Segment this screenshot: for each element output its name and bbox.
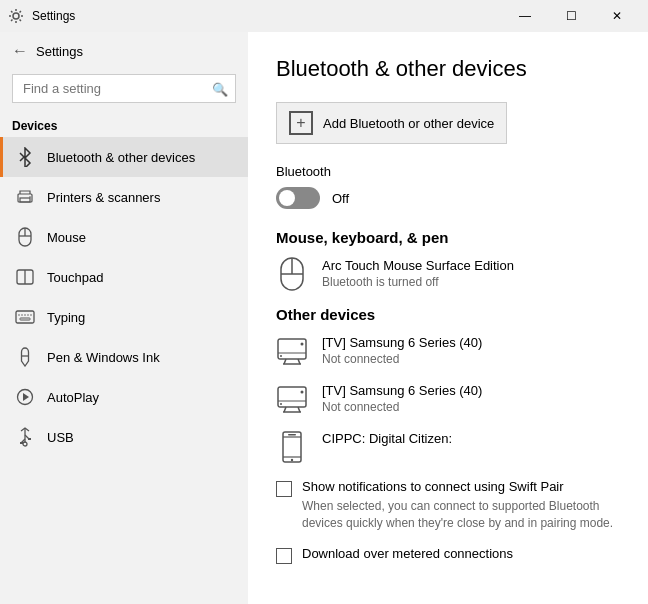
plus-icon: + <box>289 111 313 135</box>
device-item-tv2: [TV] Samsung 6 Series (40) Not connected <box>276 383 620 415</box>
autoplay-icon <box>15 387 35 407</box>
download-metered-text: Download over metered connections <box>302 546 513 561</box>
sidebar-section-title: Devices <box>0 111 248 137</box>
sidebar-item-label: Typing <box>47 310 85 325</box>
back-button[interactable]: ← Settings <box>0 32 248 70</box>
bluetooth-section-label: Bluetooth <box>276 164 620 179</box>
svg-rect-8 <box>16 311 34 323</box>
device-info-mouse: Arc Touch Mouse Surface Edition Bluetoot… <box>322 258 514 289</box>
content-area: Bluetooth & other devices + Add Bluetoot… <box>248 32 648 604</box>
sidebar-item-label: Pen & Windows Ink <box>47 350 160 365</box>
mouse-device-icon <box>276 258 308 290</box>
svg-point-37 <box>301 391 304 394</box>
settings-icon <box>8 8 24 24</box>
touchpad-icon <box>15 267 35 287</box>
search-icon: 🔍 <box>212 81 228 96</box>
mouse-section-heading: Mouse, keyboard, & pen <box>276 229 620 246</box>
usb-icon <box>15 427 35 447</box>
device-status-tv1: Not connected <box>322 352 482 366</box>
device-info-tv1: [TV] Samsung 6 Series (40) Not connected <box>322 335 482 366</box>
device-info-tv2: [TV] Samsung 6 Series (40) Not connected <box>322 383 482 414</box>
sidebar-item-touchpad[interactable]: Touchpad <box>0 257 248 297</box>
title-bar-title: Settings <box>32 9 75 23</box>
page-title: Bluetooth & other devices <box>276 56 620 82</box>
back-label: Settings <box>36 44 83 59</box>
svg-rect-14 <box>20 318 30 320</box>
device-item-tv1: [TV] Samsung 6 Series (40) Not connected <box>276 335 620 367</box>
maximize-button[interactable]: ☐ <box>548 0 594 32</box>
svg-point-23 <box>23 442 27 446</box>
download-metered-checkbox[interactable] <box>276 548 292 564</box>
title-bar-left: Settings <box>8 8 75 24</box>
svg-marker-17 <box>23 393 29 401</box>
sidebar-item-label: Printers & scanners <box>47 190 160 205</box>
device-status-tv2: Not connected <box>322 400 482 414</box>
other-section-heading: Other devices <box>276 306 620 323</box>
download-metered-label: Download over metered connections <box>302 546 513 561</box>
device-item-mouse: Arc Touch Mouse Surface Edition Bluetoot… <box>276 258 620 290</box>
svg-point-32 <box>280 355 282 357</box>
svg-rect-2 <box>20 198 30 202</box>
svg-point-3 <box>29 196 31 198</box>
printer-icon <box>15 187 35 207</box>
title-bar-controls: — ☐ ✕ <box>502 0 640 32</box>
sidebar-item-autoplay[interactable]: AutoPlay <box>0 377 248 417</box>
svg-rect-44 <box>288 434 296 436</box>
bluetooth-toggle-row: Off <box>276 187 620 209</box>
svg-point-0 <box>13 13 19 19</box>
search-box[interactable]: 🔍 <box>12 74 236 103</box>
phone-icon <box>276 431 308 463</box>
swift-pair-checkbox[interactable] <box>276 481 292 497</box>
toggle-thumb <box>279 190 295 206</box>
tv-icon-1 <box>276 335 308 367</box>
sidebar-item-printers[interactable]: Printers & scanners <box>0 177 248 217</box>
sidebar-item-label: Touchpad <box>47 270 103 285</box>
toggle-track <box>276 187 320 209</box>
add-device-button[interactable]: + Add Bluetooth or other device <box>276 102 507 144</box>
bluetooth-icon <box>15 147 35 167</box>
device-name: Arc Touch Mouse Surface Edition <box>322 258 514 273</box>
tv-icon-2 <box>276 383 308 415</box>
sidebar-item-usb[interactable]: USB <box>0 417 248 457</box>
sidebar-item-label: AutoPlay <box>47 390 99 405</box>
device-name-tv2: [TV] Samsung 6 Series (40) <box>322 383 482 398</box>
search-input[interactable] <box>12 74 236 103</box>
swift-pair-row: Show notifications to connect using Swif… <box>276 479 620 532</box>
sidebar-item-mouse[interactable]: Mouse <box>0 217 248 257</box>
svg-point-30 <box>301 343 304 346</box>
close-button[interactable]: ✕ <box>594 0 640 32</box>
download-metered-row: Download over metered connections <box>276 546 620 564</box>
main-container: ← Settings 🔍 Devices Bluetooth & other d… <box>0 32 648 604</box>
mouse-icon <box>15 227 35 247</box>
svg-rect-33 <box>278 387 306 407</box>
sidebar-item-pen[interactable]: Pen & Windows Ink <box>0 337 248 377</box>
device-name-tv1: [TV] Samsung 6 Series (40) <box>322 335 482 350</box>
bluetooth-toggle[interactable] <box>276 187 320 209</box>
svg-point-39 <box>280 403 282 405</box>
title-bar: Settings — ☐ ✕ <box>0 0 648 32</box>
add-device-label: Add Bluetooth or other device <box>323 116 494 131</box>
keyboard-icon <box>15 307 35 327</box>
svg-point-43 <box>291 459 293 461</box>
minimize-button[interactable]: — <box>502 0 548 32</box>
svg-rect-26 <box>278 339 306 359</box>
sidebar-item-label: Mouse <box>47 230 86 245</box>
svg-rect-21 <box>28 438 31 440</box>
back-arrow-icon: ← <box>12 42 28 60</box>
swift-pair-title: Show notifications to connect using Swif… <box>302 479 620 494</box>
sidebar-item-typing[interactable]: Typing <box>0 297 248 337</box>
swift-pair-desc: When selected, you can connect to suppor… <box>302 498 620 532</box>
device-info-cippc: CIPPC: Digital Citizen: <box>322 431 452 448</box>
sidebar-item-bluetooth[interactable]: Bluetooth & other devices <box>0 137 248 177</box>
device-name-cippc: CIPPC: Digital Citizen: <box>322 431 452 446</box>
swift-pair-text: Show notifications to connect using Swif… <box>302 479 620 532</box>
device-status: Bluetooth is turned off <box>322 275 514 289</box>
device-item-cippc: CIPPC: Digital Citizen: <box>276 431 620 463</box>
sidebar-item-label: Bluetooth & other devices <box>47 150 195 165</box>
sidebar-item-label: USB <box>47 430 74 445</box>
bluetooth-toggle-label: Off <box>332 191 349 206</box>
pen-icon <box>15 347 35 367</box>
sidebar: ← Settings 🔍 Devices Bluetooth & other d… <box>0 32 248 604</box>
